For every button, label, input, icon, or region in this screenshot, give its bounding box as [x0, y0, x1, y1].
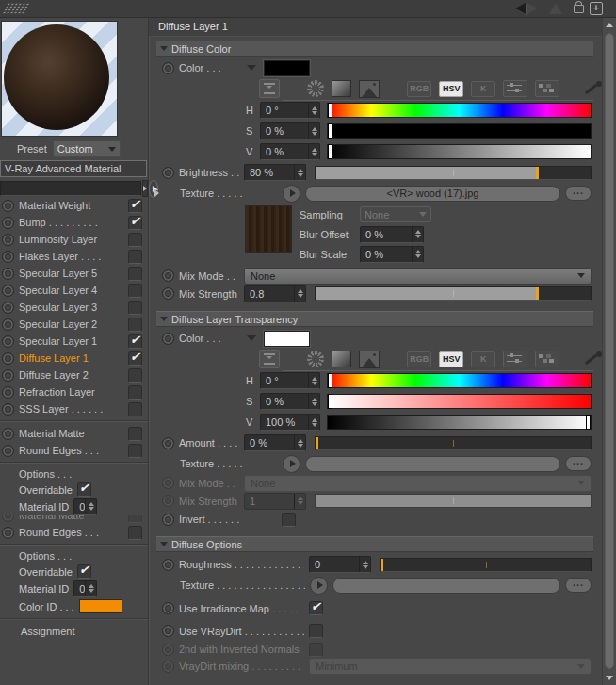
radio-icon[interactable] — [162, 287, 174, 300]
brightness-field[interactable]: 80 % — [244, 164, 306, 181]
stepper-icon[interactable] — [308, 373, 319, 388]
radio-icon[interactable] — [2, 200, 14, 212]
eyedropper-icon[interactable] — [582, 79, 603, 98]
mix-strength-field[interactable]: 0.8 — [244, 285, 306, 302]
radio-icon[interactable] — [162, 167, 174, 179]
matte-checkbox[interactable] — [128, 427, 142, 441]
channel-checkbox[interactable] — [128, 385, 142, 400]
slider-marker[interactable] — [328, 123, 332, 139]
pixels-icon[interactable] — [535, 351, 559, 367]
compact-button[interactable] — [259, 350, 280, 368]
channel-row[interactable]: SSS Layer . . . . . . — [0, 400, 148, 417]
color-swatch[interactable] — [264, 60, 310, 76]
texture-filename[interactable] — [305, 456, 560, 472]
radio-icon[interactable] — [2, 268, 14, 280]
channel-row[interactable]: Specular Layer 3 — [0, 299, 148, 316]
round-edges-row[interactable]: Round Edges . . . — [0, 442, 148, 459]
k-mode-button[interactable]: K — [471, 81, 495, 97]
color-id-swatch[interactable] — [79, 599, 122, 613]
radio-icon[interactable] — [2, 335, 14, 348]
h-field[interactable]: 0 ° — [260, 102, 320, 119]
radio-icon[interactable] — [162, 62, 174, 74]
radio-icon[interactable] — [2, 369, 14, 382]
stepper-icon[interactable] — [294, 286, 305, 302]
section-header-transparency[interactable]: Diffuse Layer Transparency — [156, 311, 593, 327]
texture-thumbnail[interactable] — [245, 205, 292, 253]
section-header-diffuse-color[interactable]: Diffuse Color — [156, 41, 593, 57]
use-irradiance-checkbox[interactable]: ✔ — [309, 601, 323, 615]
radio-icon[interactable] — [162, 269, 174, 282]
radio-icon[interactable] — [162, 625, 174, 637]
channel-row-selected[interactable]: Diffuse Layer 1✔ — [0, 350, 148, 367]
matte-row[interactable]: Material Matte — [0, 425, 148, 442]
texture-filename[interactable] — [332, 578, 560, 594]
invert-checkbox[interactable] — [282, 513, 296, 527]
material-id-field[interactable]: 0 — [73, 580, 97, 597]
saturation-slider[interactable] — [327, 394, 592, 409]
channel-checkbox[interactable]: ✔ — [128, 199, 142, 213]
channel-row[interactable]: Specular Layer 5 — [0, 265, 148, 282]
scroll-up-button[interactable] — [604, 19, 615, 31]
pin-icon[interactable] — [549, 3, 562, 14]
color-swatch[interactable] — [264, 331, 310, 347]
stepper-icon[interactable] — [308, 103, 319, 118]
mixer-icon[interactable] — [503, 351, 527, 367]
hue-slider[interactable] — [327, 373, 592, 388]
channel-row[interactable]: Specular Layer 1✔ — [0, 333, 148, 350]
chevron-down-icon[interactable] — [247, 335, 256, 341]
hsv-mode-button[interactable]: HSV — [439, 351, 463, 367]
amount-field[interactable]: 0 % — [244, 434, 306, 451]
k-mode-button[interactable]: K — [471, 351, 495, 367]
texture-menu-button[interactable] — [283, 455, 300, 473]
slider-marker[interactable] — [328, 144, 332, 159]
color-wheel-icon[interactable] — [307, 351, 324, 367]
mix-mode-dropdown[interactable]: None — [244, 268, 592, 285]
vertical-scrollbar[interactable] — [602, 18, 616, 685]
assignment-label[interactable]: Assignment — [2, 626, 74, 637]
browse-button[interactable]: ... — [565, 578, 592, 593]
radio-icon[interactable] — [2, 527, 14, 539]
options-label[interactable]: Options . . . — [19, 550, 142, 562]
texture-filename[interactable]: <VR> wood (17).jpg — [305, 186, 560, 202]
channel-checkbox[interactable] — [128, 233, 142, 247]
radio-icon[interactable] — [162, 514, 174, 526]
channel-checkbox[interactable] — [128, 250, 142, 264]
rgb-mode-button[interactable]: RGB — [407, 351, 431, 367]
picture-icon[interactable] — [359, 351, 380, 368]
radio-icon[interactable] — [2, 251, 14, 263]
gradient-icon[interactable] — [332, 351, 351, 367]
chevron-down-icon[interactable] — [247, 65, 256, 71]
hsv-mode-button[interactable]: HSV — [439, 81, 463, 97]
roughness-field[interactable]: 0 — [309, 556, 371, 573]
pixels-icon[interactable] — [535, 80, 559, 97]
stepper-icon[interactable] — [308, 415, 319, 430]
expander-icon[interactable] — [154, 189, 159, 197]
round-edges-row[interactable]: Round Edges . . . — [0, 524, 148, 541]
radio-icon[interactable] — [2, 428, 14, 440]
radio-icon[interactable] — [2, 285, 14, 297]
preset-dropdown[interactable]: Custom — [53, 140, 121, 157]
overridable-checkbox[interactable]: ✔ — [77, 564, 91, 579]
channel-checkbox[interactable] — [128, 284, 142, 298]
channel-checkbox[interactable]: ✔ — [128, 334, 142, 349]
stepper-icon[interactable] — [359, 557, 370, 572]
channel-row[interactable]: Bump . . . . . . . . .✔ — [0, 214, 148, 231]
value-slider[interactable] — [327, 415, 592, 430]
radio-icon[interactable] — [2, 352, 14, 365]
use-vraydirt-checkbox[interactable] — [309, 624, 323, 638]
value-slider[interactable] — [327, 144, 592, 159]
round-edges-checkbox[interactable] — [128, 444, 142, 458]
h-field[interactable]: 0 ° — [260, 372, 320, 389]
overridable-checkbox[interactable]: ✔ — [77, 482, 91, 497]
channel-checkbox[interactable]: ✔ — [128, 351, 142, 366]
radio-icon[interactable] — [2, 403, 14, 416]
channel-row[interactable]: Diffuse Layer 2 — [0, 367, 148, 383]
blur-scale-field[interactable]: 0 % — [360, 246, 424, 263]
scrollbar-thumb[interactable] — [605, 33, 614, 669]
channel-row[interactable]: Specular Layer 4 — [0, 282, 148, 299]
mix-strength-slider[interactable] — [315, 286, 592, 301]
grip-icon[interactable] — [2, 3, 30, 14]
amount-slider[interactable] — [315, 436, 592, 450]
stepper-icon[interactable] — [308, 394, 319, 409]
radio-icon[interactable] — [162, 559, 174, 571]
